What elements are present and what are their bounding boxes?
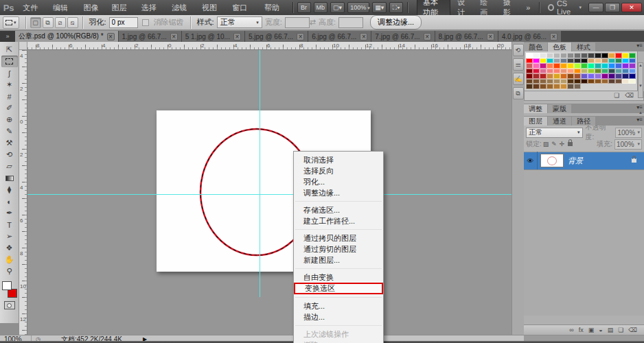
tab-close-icon[interactable]: × xyxy=(424,33,431,40)
restore-button[interactable]: ❐ xyxy=(605,3,620,12)
tab-色板[interactable]: 色板 xyxy=(548,43,571,51)
color-swatch[interactable] xyxy=(601,79,608,84)
color-swatch[interactable] xyxy=(595,63,601,69)
context-menu-item[interactable]: 通过拷贝的图层 xyxy=(294,233,383,244)
menu-select[interactable]: 选择(S) xyxy=(136,0,166,15)
color-swatch[interactable] xyxy=(601,53,608,58)
color-swatch[interactable] xyxy=(540,53,547,58)
color-swatch[interactable] xyxy=(581,63,588,69)
lock-pixels-icon[interactable]: ✎ xyxy=(551,141,557,147)
tab-路径[interactable]: 路径 xyxy=(572,117,595,126)
bridge-icon[interactable]: Br xyxy=(297,2,311,13)
blur-tool[interactable]: ⧫ xyxy=(1,184,18,196)
color-swatch[interactable] xyxy=(540,69,547,74)
opacity-value[interactable]: 100%▾ xyxy=(615,128,642,138)
dock-chevron-icon[interactable]: » xyxy=(0,31,15,42)
adjustment-layer-icon[interactable]: ◒ xyxy=(599,327,602,333)
color-swatch[interactable] xyxy=(588,58,595,64)
document-tab[interactable]: 1.jpg @ 66.7...× xyxy=(119,31,181,42)
antialias-checkbox[interactable] xyxy=(142,19,149,26)
color-swatch[interactable] xyxy=(567,63,574,69)
color-swatch[interactable] xyxy=(533,58,540,64)
color-swatch[interactable] xyxy=(622,69,629,74)
swatch-scrollbar[interactable]: ▲▼ xyxy=(638,62,643,98)
color-swatch[interactable] xyxy=(601,69,608,74)
tab-图层[interactable]: 图层 xyxy=(524,117,547,126)
color-swatch[interactable] xyxy=(547,73,553,79)
tab-close-icon[interactable]: × xyxy=(170,33,178,40)
color-swatch[interactable] xyxy=(567,73,574,79)
new-swatch-icon[interactable]: ❏ xyxy=(614,92,619,99)
tab-通道[interactable]: 通道 xyxy=(548,117,571,126)
document-tab[interactable]: 6.jpg @ 66.7...× xyxy=(308,31,371,42)
pen-tool[interactable]: ✒ xyxy=(1,207,18,219)
color-swatch[interactable] xyxy=(560,69,567,74)
crop-tool[interactable]: # xyxy=(1,91,18,102)
color-swatch[interactable] xyxy=(608,63,615,69)
color-swatch[interactable] xyxy=(553,69,560,74)
history-panel-icon[interactable]: ⟲ xyxy=(513,44,524,56)
feather-input[interactable] xyxy=(109,17,138,28)
panel-menu-icon[interactable]: ▾≡ xyxy=(636,117,643,123)
horizontal-guide[interactable] xyxy=(27,194,511,195)
color-swatch[interactable] xyxy=(608,79,615,84)
color-swatch[interactable] xyxy=(629,79,636,84)
document-tab[interactable]: 7.jpg @ 66.7...× xyxy=(371,31,434,42)
color-swatch[interactable] xyxy=(553,53,560,58)
color-swatch[interactable] xyxy=(574,73,581,79)
color-swatch[interactable] xyxy=(601,63,608,69)
tab-样式[interactable]: 样式 xyxy=(572,43,595,51)
color-swatch[interactable] xyxy=(553,73,560,79)
color-swatch[interactable] xyxy=(560,53,567,58)
color-swatch[interactable] xyxy=(615,63,622,69)
color-swatch[interactable] xyxy=(629,69,636,74)
color-swatch[interactable] xyxy=(547,84,553,89)
color-swatch[interactable] xyxy=(526,84,533,89)
document-tab[interactable]: 8.jpg @ 66.7...× xyxy=(435,31,498,42)
gradient-tool[interactable] xyxy=(1,172,18,184)
mini-bridge-icon[interactable]: Mb xyxy=(314,2,328,13)
panel-menu-icon[interactable]: ▾≡ xyxy=(636,104,643,110)
lock-all-icon[interactable] xyxy=(568,142,573,146)
layer-name[interactable]: 背景 xyxy=(568,156,630,166)
menu-window[interactable]: 窗口(W) xyxy=(227,0,259,15)
clone-stamp-tool[interactable]: ⚒ xyxy=(1,137,18,149)
color-swatch[interactable] xyxy=(615,58,622,64)
tab-颜色[interactable]: 颜色 xyxy=(524,43,547,51)
history-brush-tool[interactable]: ⟲ xyxy=(1,149,18,161)
color-swatch[interactable] xyxy=(547,79,553,84)
new-selection-mode-button[interactable]: ▢ xyxy=(30,17,41,28)
layer-mask-icon[interactable]: ▣ xyxy=(588,327,595,333)
ruler-origin-corner[interactable] xyxy=(19,42,27,50)
menu-layer[interactable]: 图层(L) xyxy=(106,0,135,15)
hand-tool[interactable]: ✋ xyxy=(1,254,18,265)
color-swatch[interactable] xyxy=(567,58,574,64)
color-swatch[interactable] xyxy=(629,58,636,64)
color-swatch[interactable] xyxy=(547,58,553,64)
custom-shape-tool[interactable]: ❖ xyxy=(1,242,18,254)
color-swatch[interactable] xyxy=(533,53,540,58)
tab-close-icon[interactable]: × xyxy=(233,33,241,40)
lock-position-icon[interactable]: ✛ xyxy=(560,141,565,147)
color-swatch[interactable] xyxy=(608,53,615,58)
color-swatch[interactable] xyxy=(615,53,622,58)
color-swatch[interactable] xyxy=(629,63,636,69)
color-swatch[interactable] xyxy=(588,53,595,58)
color-swatch[interactable] xyxy=(629,73,636,79)
color-swatch[interactable] xyxy=(622,73,629,79)
color-swatch[interactable] xyxy=(622,63,629,69)
color-swatch[interactable] xyxy=(622,58,629,64)
color-swatch[interactable] xyxy=(574,84,581,89)
color-swatch[interactable] xyxy=(560,73,567,79)
context-menu-item[interactable]: 选择反向 xyxy=(294,165,383,176)
tab-close-icon[interactable]: × xyxy=(360,33,367,40)
color-swatch[interactable] xyxy=(526,73,533,79)
tool-preset-picker[interactable]: ▾ xyxy=(3,16,19,29)
color-swatch[interactable] xyxy=(588,79,595,84)
color-swatch[interactable] xyxy=(608,58,615,64)
type-tool[interactable]: T xyxy=(1,219,18,230)
color-swatch[interactable] xyxy=(595,53,601,58)
color-swatch[interactable] xyxy=(553,63,560,69)
color-swatch[interactable] xyxy=(581,69,588,74)
color-swatch[interactable] xyxy=(540,73,547,79)
